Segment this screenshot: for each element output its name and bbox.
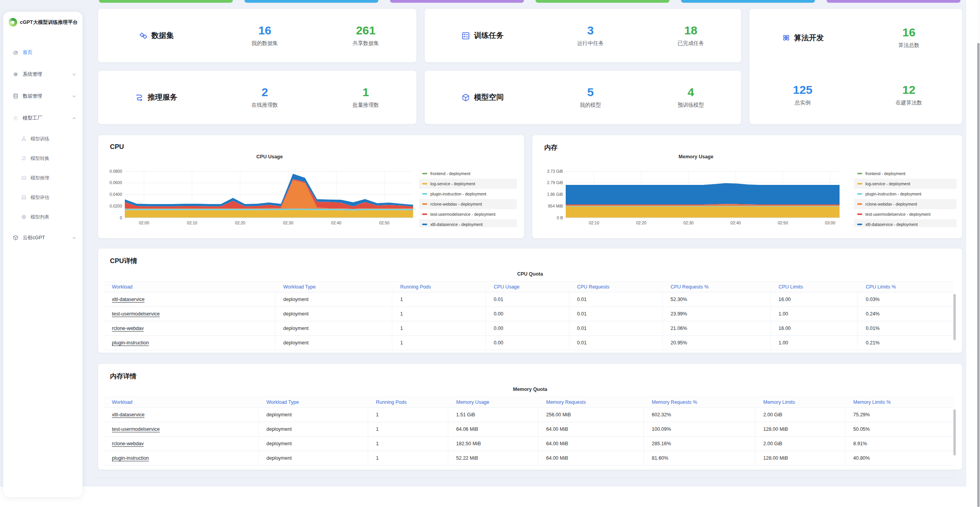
workload-link[interactable]: plugin-instruction bbox=[112, 340, 149, 346]
column-header[interactable]: Memory Limits % bbox=[845, 397, 954, 407]
legend-item-log-service[interactable]: log-service - deployment bbox=[854, 179, 957, 189]
workload-link[interactable]: test-usermodelservice bbox=[112, 311, 160, 317]
legend-item-test-usermodelservice[interactable]: test-usermodelservice - deployment bbox=[854, 209, 957, 219]
table-row: xltl-dataservicedeployment11.51 GiB256.0… bbox=[104, 408, 954, 422]
svg-text:0 B: 0 B bbox=[557, 215, 563, 220]
legend-swatch bbox=[422, 183, 427, 185]
legend-item-plugin-instruction[interactable]: plugin-instruction - deployment bbox=[419, 189, 517, 199]
cpu-table-scrollbar[interactable] bbox=[953, 294, 956, 340]
sidebar-item-label: 首页 bbox=[23, 49, 32, 56]
legend-item-rclone-webdav[interactable]: rclone-webdav - deployment bbox=[419, 199, 517, 209]
workload-link[interactable]: rclone-webdav bbox=[112, 326, 144, 331]
training-tasks-card[interactable]: 训练任务 3 运行中任务 18 已完成任务 bbox=[424, 9, 741, 63]
memory-usage-chart-title: Memory Usage bbox=[536, 154, 856, 159]
legend-item-frontend[interactable]: frontend - deployment bbox=[419, 168, 517, 179]
dashboard-page: cGPT大模型训练推理平台 首页系统管理数据管理模型工厂模型训练模型转换模型推理… bbox=[0, 0, 980, 507]
legend-label: rclone-webdav - deployment bbox=[865, 202, 917, 206]
scrolled-card-bottom bbox=[827, 0, 960, 3]
my-models-stat: 5 我的模型 bbox=[540, 86, 641, 109]
table-cell: 16.00 bbox=[771, 292, 858, 306]
training-tasks-card-label: 训练任务 bbox=[474, 30, 503, 41]
legend-swatch bbox=[422, 193, 427, 195]
legend-item-rclone-webdav[interactable]: rclone-webdav - deployment bbox=[854, 199, 957, 209]
sidebar-item-model-list[interactable]: 模型列表 bbox=[3, 207, 83, 227]
column-header[interactable]: Workload Type bbox=[275, 282, 392, 292]
sidebar-item-model-conversion[interactable]: 模型转换 bbox=[3, 149, 83, 168]
sidebar-item-label: 系统管理 bbox=[23, 71, 42, 78]
memory-table-scrollbar[interactable] bbox=[953, 409, 956, 455]
legend-swatch bbox=[422, 213, 427, 215]
chevron-down-icon bbox=[72, 236, 76, 240]
column-header[interactable]: Running Pods bbox=[368, 397, 448, 407]
memory-quota-table: WorkloadWorkload TypeRunning PodsMemory … bbox=[104, 397, 954, 466]
inference-service-card[interactable]: 推理服务 2 在线推理数 1 批量推理数 bbox=[98, 70, 417, 124]
sidebar-item-label: 数据管理 bbox=[23, 93, 42, 100]
column-header[interactable]: Workload bbox=[104, 397, 259, 407]
column-header[interactable]: Workload Type bbox=[259, 397, 368, 407]
table-cell: 1 bbox=[392, 292, 486, 306]
table-cell: 52.22 MiB bbox=[448, 451, 538, 465]
table-cell: 0.24% bbox=[858, 307, 954, 321]
table-cell: 64.00 MiB bbox=[538, 451, 644, 465]
column-header[interactable]: CPU Requests bbox=[569, 282, 663, 292]
table-cell: deployment bbox=[259, 451, 368, 465]
column-header[interactable]: CPU Limits bbox=[771, 282, 858, 292]
column-header[interactable]: Memory Usage bbox=[448, 397, 538, 407]
workload-link[interactable]: plugin-instruction bbox=[112, 455, 149, 461]
svg-text:02:20: 02:20 bbox=[235, 220, 245, 225]
completed-tasks-label: 已完成任务 bbox=[641, 40, 741, 47]
model-space-card[interactable]: 模型空间 5 我的模型 4 预训练模型 bbox=[424, 70, 741, 124]
workload-link[interactable]: test-usermodelservice bbox=[112, 426, 160, 432]
table-cell: 52.30% bbox=[663, 292, 771, 306]
workload-link[interactable]: xltl-dataservice bbox=[112, 412, 144, 417]
legend-item-plugin-instruction[interactable]: plugin-instruction - deployment bbox=[854, 189, 957, 199]
sidebar-item-system-management[interactable]: 系统管理 bbox=[3, 63, 83, 85]
pretrained-models-stat: 4 预训练模型 bbox=[641, 86, 741, 109]
legend-item-test-usermodelservice[interactable]: test-usermodelservice - deployment bbox=[419, 209, 517, 219]
svg-text:02:10: 02:10 bbox=[187, 220, 197, 225]
workload-link[interactable]: xltl-dataservice bbox=[112, 297, 144, 302]
table-cell: 182.50 MiB bbox=[448, 437, 538, 451]
my-models-value: 5 bbox=[540, 86, 641, 98]
sidebar-item-model-factory[interactable]: 模型工厂 bbox=[3, 107, 83, 129]
column-header[interactable]: Memory Limits bbox=[755, 397, 845, 407]
legend-swatch bbox=[857, 224, 862, 225]
column-header[interactable]: Memory Requests bbox=[538, 397, 644, 407]
table-cell: 81.60% bbox=[644, 451, 755, 465]
dataset-card[interactable]: 数据集 16 我的数据集 261 共享数据集 bbox=[98, 9, 417, 63]
gear-icon bbox=[13, 71, 19, 77]
workload-cell: xltl-dataservice bbox=[104, 408, 259, 422]
column-header[interactable]: CPU Requests % bbox=[663, 282, 771, 292]
sidebar-item-data-management[interactable]: 数据管理 bbox=[3, 85, 83, 107]
workload-cell: rclone-webdav bbox=[104, 321, 275, 335]
legend-label: log-service - deployment bbox=[430, 181, 475, 186]
column-header[interactable]: Memory Requests % bbox=[644, 397, 755, 407]
table-row: plugin-instructiondeployment152.22 MiB64… bbox=[104, 451, 954, 466]
page-scrollbar-thumb[interactable] bbox=[977, 43, 980, 507]
algorithm-dev-card[interactable]: 算法开发 16 算法总数 125 总实例 12 在建算法数 bbox=[749, 9, 962, 124]
legend-item-xltl-dataservice[interactable]: xltl-dataservice - deployment bbox=[854, 219, 957, 227]
batch-inference-label: 批量推理数 bbox=[315, 102, 416, 109]
sidebar-item-yunchuang-cgpt[interactable]: 云创cGPT bbox=[3, 227, 83, 249]
sidebar-item-model-evaluation[interactable]: 模型评估 bbox=[3, 188, 83, 207]
table-cell: 1 bbox=[392, 321, 486, 335]
column-header[interactable]: Running Pods bbox=[392, 282, 486, 292]
memory-usage-chart[interactable]: 02:1002:2002:3002:4002:5003:003.73 GiB2.… bbox=[536, 163, 880, 231]
table-cell: 0.01 bbox=[569, 336, 663, 350]
sidebar-item-label: 模型列表 bbox=[31, 214, 49, 220]
column-header[interactable]: CPU Limits % bbox=[858, 282, 954, 292]
workload-link[interactable]: rclone-webdav bbox=[112, 441, 144, 446]
sidebar-item-model-training[interactable]: 模型训练 bbox=[3, 129, 83, 149]
table-cell: 64.00 MiB bbox=[538, 422, 644, 436]
sidebar-item-home[interactable]: 首页 bbox=[3, 41, 83, 63]
column-header[interactable]: Workload bbox=[104, 282, 275, 292]
my-datasets-label: 我的数据集 bbox=[214, 40, 315, 47]
legend-swatch bbox=[857, 183, 862, 185]
sidebar-item-model-inference[interactable]: 模型推理 bbox=[3, 168, 83, 188]
cpu-usage-chart[interactable]: 02:0002:1002:2002:3002:4002:500.08000.06… bbox=[101, 163, 446, 231]
legend-item-frontend[interactable]: frontend - deployment bbox=[854, 168, 957, 179]
column-header[interactable]: CPU Usage bbox=[486, 282, 569, 292]
legend-item-log-service[interactable]: log-service - deployment bbox=[419, 179, 517, 189]
svg-text:02:40: 02:40 bbox=[730, 220, 741, 225]
legend-item-xltl-dataservice[interactable]: xltl-dataservice - deployment bbox=[419, 219, 517, 227]
